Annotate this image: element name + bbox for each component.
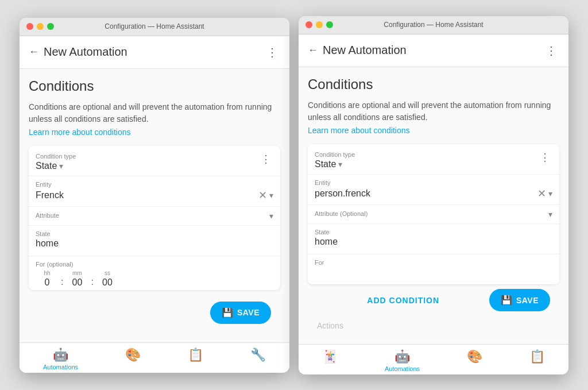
tl-red-left[interactable] (26, 23, 33, 30)
nav-wrench-left[interactable]: 🔧 (243, 347, 273, 370)
nav-cards-icon-right: 🃏 (322, 349, 338, 364)
back-button-left[interactable]: ← New Automation (29, 45, 127, 59)
learn-more-left[interactable]: Learn more about conditions (29, 128, 280, 137)
page-title-left: New Automation (44, 45, 127, 59)
entity-row-left: Entity ✕ ▾ (29, 176, 280, 206)
entity-clear-right[interactable]: ✕ (537, 187, 546, 200)
condition-kebab-right[interactable]: ⋮ (537, 151, 552, 164)
condition-type-group-left: Condition type State ▾ (36, 153, 258, 171)
mm-input-left[interactable] (65, 277, 88, 288)
entity-row-right: Entity ✕ ▾ (308, 174, 559, 204)
for-row-left: For (optional) hh : mm : ss (29, 256, 280, 290)
entity-row-inner-right: ✕ ▾ (315, 187, 552, 200)
entity-actions-right: ✕ ▾ (537, 187, 552, 200)
back-button-right[interactable]: ← New Automation (308, 44, 407, 57)
nav-palette-icon-right: 🎨 (467, 349, 482, 364)
back-arrow-right: ← (308, 44, 318, 56)
state-row-left: State (29, 225, 280, 256)
right-window: Configuration — Home Assistant ← New Aut… (299, 16, 568, 374)
attribute-row-left: Attribute ▾ (29, 206, 280, 225)
section-title-right: Conditions (308, 76, 559, 92)
nav-wrench-icon-left: 🔧 (250, 347, 266, 362)
attribute-arrow-left[interactable]: ▾ (269, 211, 273, 221)
nav-automations-left[interactable]: 🤖 Automations (36, 347, 85, 370)
save-icon-right: 💾 (501, 295, 513, 306)
titlebar-right: Configuration — Home Assistant (299, 16, 568, 34)
state-input-left[interactable] (36, 238, 273, 249)
tl-yellow-right[interactable] (316, 21, 323, 28)
nav-palette-right[interactable]: 🎨 (460, 349, 489, 372)
attribute-row-right: Attribute (Optional) ▾ (308, 204, 559, 223)
condition-type-select-right[interactable]: State ▾ (315, 159, 537, 169)
nav-automations-icon-left: 🤖 (53, 347, 68, 362)
tl-red-right[interactable] (305, 21, 312, 28)
entity-row-inner-left: ✕ ▾ (36, 189, 273, 202)
save-button-left[interactable]: 💾 SAVE (210, 302, 271, 324)
condition-header-right: Condition type State ▾ ⋮ (308, 144, 559, 174)
content-right: Conditions Conditions are optional and w… (299, 67, 568, 344)
state-row-right: State (308, 223, 559, 254)
time-sep2-left: : (91, 277, 93, 287)
page-title-right: New Automation (323, 44, 407, 57)
condition-card-right: Condition type State ▾ ⋮ Entity ✕ (308, 144, 559, 284)
condition-type-group-right: Condition type State ▾ (315, 151, 537, 169)
attribute-label-left: Attribute (36, 212, 59, 219)
nav-list-left[interactable]: 📋 (181, 347, 210, 370)
nav-palette-left[interactable]: 🎨 (118, 347, 148, 370)
condition-type-label-right: Condition type (315, 151, 537, 158)
condition-kebab-left[interactable]: ⋮ (258, 153, 273, 165)
tl-green-right[interactable] (326, 21, 333, 28)
tl-yellow-left[interactable] (37, 23, 44, 30)
entity-dropdown-left[interactable]: ▾ (269, 191, 273, 200)
for-label-right: For (315, 259, 552, 266)
more-button-left[interactable]: ⋮ (264, 43, 280, 61)
entity-dropdown-right[interactable]: ▾ (548, 189, 552, 198)
page-header-right: ← New Automation ⋮ (299, 34, 568, 67)
entity-input-right[interactable] (315, 188, 537, 199)
left-window: Configuration — Home Assistant ← New Aut… (20, 18, 289, 373)
more-button-right[interactable]: ⋮ (543, 41, 559, 60)
condition-type-label-left: Condition type (36, 153, 258, 160)
save-icon-left: 💾 (222, 307, 234, 318)
for-row-right: For (308, 254, 559, 284)
add-condition-button-right[interactable]: ADD CONDITION (317, 289, 489, 312)
tl-green-left[interactable] (47, 23, 54, 30)
ss-input-left[interactable] (96, 277, 119, 288)
entity-actions-left: ✕ ▾ (258, 189, 273, 202)
hh-input-left[interactable] (36, 277, 59, 288)
attribute-arrow-right[interactable]: ▾ (548, 210, 552, 219)
actions-hint-right: Actions (308, 316, 559, 335)
nav-automations-right[interactable]: 🤖 Automations (378, 349, 427, 372)
titlebar-title-left: Configuration — Home Assistant (105, 22, 204, 30)
nav-automations-label-right: Automations (385, 365, 420, 372)
time-hh-col-left: hh (36, 270, 59, 288)
state-input-right[interactable] (315, 237, 552, 247)
titlebar-title-right: Configuration — Home Assistant (384, 21, 483, 29)
for-input-right[interactable] (315, 267, 552, 277)
hh-label-left: hh (44, 270, 50, 276)
titlebar-left: Configuration — Home Assistant (20, 18, 289, 36)
condition-type-select-left[interactable]: State ▾ (36, 161, 258, 171)
nav-list-right[interactable]: 📋 (523, 349, 552, 372)
description-left: Conditions are optional and will prevent… (29, 101, 280, 125)
add-condition-footer-right: ADD CONDITION 💾 SAVE (308, 284, 559, 316)
learn-more-right[interactable]: Learn more about conditions (308, 126, 559, 135)
main-content-left: Conditions Conditions are optional and w… (20, 69, 289, 342)
nav-automations-icon-right: 🤖 (394, 349, 410, 364)
save-label-right: SAVE (516, 296, 539, 305)
nav-cards-right[interactable]: 🃏 (315, 349, 345, 372)
mm-label-left: mm (72, 270, 82, 276)
traffic-lights-right (305, 21, 333, 28)
content-left: Conditions Conditions are optional and w… (20, 69, 289, 342)
traffic-lights-left (26, 23, 54, 30)
bottom-nav-left: 🤖 Automations 🎨 📋 🔧 (20, 342, 289, 373)
page-header-left: ← New Automation ⋮ (20, 36, 289, 69)
state-label-left: State (36, 230, 273, 237)
back-arrow-left: ← (29, 46, 39, 58)
save-button-right[interactable]: 💾 SAVE (489, 289, 550, 311)
entity-clear-left[interactable]: ✕ (258, 189, 267, 202)
condition-type-value-left: State (36, 161, 57, 171)
entity-input-left[interactable] (36, 190, 258, 200)
description-right: Conditions are optional and will prevent… (308, 99, 559, 123)
time-inputs-left: hh : mm : ss (36, 270, 273, 288)
